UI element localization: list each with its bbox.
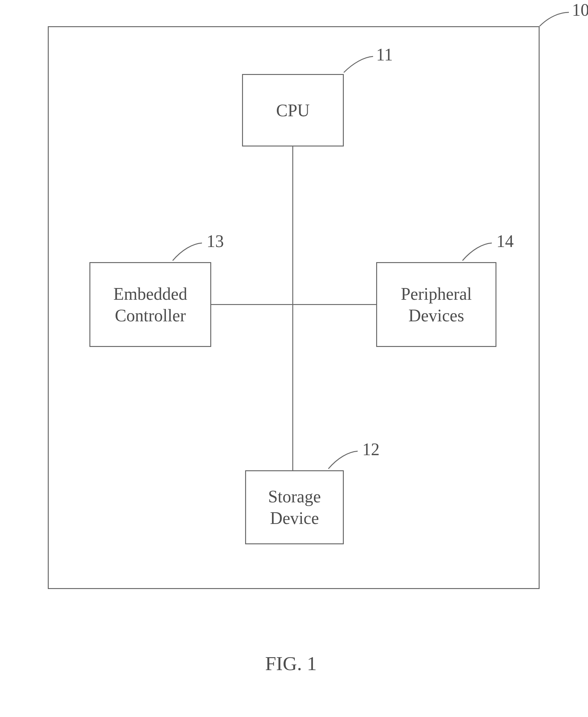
figure-canvas: 10 CPU 11 Embedded Controller 13 Periphe… (0, 0, 588, 717)
cpu-label: CPU (276, 100, 310, 121)
leader-12 (327, 449, 364, 472)
controller-label: Embedded Controller (113, 283, 187, 326)
storage-box: Storage Device (245, 470, 344, 544)
bus-horizontal (211, 304, 376, 305)
ref-storage: 12 (362, 440, 380, 459)
ref-cpu: 11 (376, 45, 393, 64)
figure-caption: FIG. 1 (265, 652, 317, 675)
ref-controller: 13 (207, 231, 224, 251)
bus-vertical (292, 147, 293, 470)
storage-label: Storage Device (268, 486, 321, 529)
leader-13 (171, 240, 208, 264)
leader-10 (538, 9, 575, 31)
peripheral-box: Peripheral Devices (376, 262, 497, 347)
ref-peripheral: 14 (497, 231, 514, 251)
ref-outer: 10 (572, 0, 588, 20)
controller-box: Embedded Controller (89, 262, 211, 347)
leader-14 (461, 240, 498, 264)
peripheral-label: Peripheral Devices (401, 283, 472, 326)
cpu-box: CPU (242, 74, 344, 147)
leader-11 (342, 54, 379, 76)
